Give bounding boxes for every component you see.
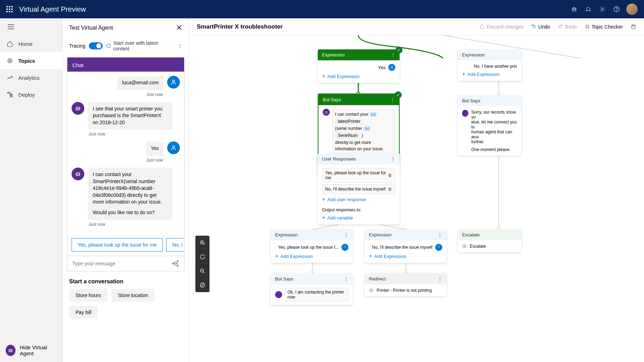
hamburger-icon[interactable] (0, 18, 62, 35)
add-variable-button[interactable]: +Add variable (322, 215, 395, 221)
redirect-icon (369, 288, 374, 293)
conv-starter-button[interactable]: Pay bill (69, 306, 98, 319)
bot-icon (323, 109, 330, 116)
user-avatar-icon (167, 76, 180, 89)
node-menu-icon[interactable]: ⋮ (391, 52, 395, 58)
close-icon[interactable]: ✕ (176, 23, 182, 32)
svg-line-53 (203, 272, 205, 273)
expression-value: Yes (378, 65, 385, 70)
redirect-node[interactable]: Redirect⋮ Printer - Printer is not print… (365, 273, 446, 296)
svg-rect-41 (325, 111, 327, 113)
svg-point-21 (79, 108, 79, 109)
waffle-icon[interactable] (6, 6, 13, 12)
undo-button[interactable]: Undo (531, 24, 550, 30)
bot-says-node[interactable]: Bot Says Sorry, our records show so else… (458, 95, 521, 156)
nav-home[interactable]: Home (0, 35, 62, 52)
expression-node[interactable]: Expression No, I have another prin +Add … (458, 49, 521, 81)
chat-box: Chat luca@email.com Just now I see that … (67, 57, 184, 271)
bot-icon (462, 110, 468, 117)
undo-icon (531, 24, 536, 29)
bot-says-node[interactable]: Bot Says⋮ Ok, I am contacting the printe… (271, 273, 353, 305)
user-avatar[interactable] (626, 4, 638, 15)
deploy-icon (6, 91, 13, 98)
start-over-button[interactable]: Start over with latest content (106, 40, 174, 52)
user-responses-node[interactable]: User Responses⋮ Yes, please look up the … (318, 153, 400, 224)
svg-point-2 (575, 9, 575, 10)
redo-button[interactable]: Redo (558, 24, 577, 30)
nav-label: Home (18, 41, 32, 47)
refresh-icon (106, 43, 111, 48)
delete-icon[interactable]: 🗑 (388, 173, 392, 178)
discard-button[interactable]: Discard changes (480, 24, 523, 30)
nav-analytics[interactable]: Analytics (0, 69, 62, 86)
nav-deploy[interactable]: Deploy (0, 86, 62, 103)
variable-tag[interactable]: {x} (370, 112, 377, 117)
user-icon (388, 64, 395, 71)
settings-icon[interactable] (595, 2, 609, 16)
add-expression-button[interactable]: +Add Expression (322, 73, 395, 79)
bot-message: I see that your smart printer you purcha… (88, 102, 172, 130)
delete-icon[interactable]: 🗑 (388, 187, 392, 192)
message-input[interactable] (72, 261, 171, 266)
node-menu-icon[interactable]: ⋮ (438, 232, 442, 237)
suggestion-button[interactable]: Yes, please look up the issue for me (72, 238, 163, 252)
bot-avatar-icon (72, 168, 84, 180)
topic-checker-button[interactable]: Topic Checker (584, 24, 623, 30)
bot-icon[interactable] (567, 2, 581, 16)
expression-value: No, I have another prin (474, 64, 517, 69)
timestamp: Just now (72, 158, 163, 163)
app-title: Virtual Agent Preview (19, 5, 86, 13)
expression-node[interactable]: Expression⋮ No, I'll describe the issue … (365, 229, 446, 263)
escalate-node[interactable]: Escalate Escalate (458, 229, 521, 252)
expression-node[interactable]: Expression⋮ Yes, please look up the issu… (271, 229, 353, 263)
reset-view-button[interactable] (195, 250, 209, 264)
user-icon (341, 244, 348, 251)
node-menu-icon[interactable]: ⋮ (391, 156, 395, 162)
tracing-label: Tracing (69, 43, 85, 49)
svg-rect-28 (632, 25, 634, 26)
zoom-in-button[interactable] (195, 236, 209, 250)
timestamp: Just now (89, 132, 180, 137)
conv-starter-button[interactable]: Store location (111, 289, 154, 302)
node-menu-icon[interactable]: ⋮ (344, 276, 348, 282)
user-icon (435, 244, 442, 251)
node-menu-icon[interactable]: ⋮ (344, 232, 348, 237)
flow-canvas[interactable]: ✓ Expression⋮ Yes +Add Expression Expres… (189, 35, 644, 362)
response-item[interactable]: Yes, please look up the issue for me🗑 (322, 168, 395, 183)
output-label: Output responses to: (322, 207, 395, 212)
svg-point-40 (391, 66, 393, 67)
help-icon[interactable] (609, 2, 624, 16)
add-expression-button[interactable]: +Add Expression (275, 253, 348, 259)
variable-tag[interactable]: {x} (363, 126, 371, 131)
response-item[interactable]: No, I'll describe the issue myself🗑 (322, 184, 395, 194)
hide-agent-button[interactable]: Hide Virtual Agent (0, 339, 62, 362)
more-icon[interactable]: ⋮ (177, 43, 182, 49)
zoom-out-button[interactable] (195, 264, 209, 278)
add-expression-button[interactable]: +Add Expression (369, 253, 442, 259)
svg-line-56 (201, 284, 204, 286)
suggestion-button[interactable]: No, I (166, 238, 184, 252)
fit-view-button[interactable] (195, 278, 209, 292)
svg-rect-12 (7, 92, 9, 93)
test-panel-title: Test Virtual Agent (69, 25, 113, 31)
svg-point-4 (602, 8, 603, 10)
svg-point-35 (311, 270, 314, 273)
nav-topics[interactable]: Topics (0, 52, 62, 69)
bot-icon (275, 291, 282, 298)
notifications-icon[interactable] (581, 2, 595, 16)
svg-point-22 (172, 146, 175, 148)
node-menu-icon[interactable]: ⋮ (438, 276, 442, 282)
tracing-toggle[interactable] (89, 42, 103, 49)
conv-starter-button[interactable]: Store hours (69, 289, 107, 302)
topics-icon (6, 57, 13, 64)
add-expression-button[interactable]: +Add Expression (462, 71, 517, 77)
escalate-icon (462, 244, 467, 249)
add-response-button[interactable]: +Add user response (322, 196, 395, 203)
send-icon[interactable] (171, 260, 179, 267)
node-menu-icon[interactable]: ⋮ (390, 97, 395, 102)
svg-point-18 (172, 80, 175, 82)
save-icon[interactable] (631, 24, 636, 30)
svg-point-24 (77, 174, 78, 175)
hide-agent-label: Hide Virtual Agent (20, 344, 57, 356)
expression-node[interactable]: ✓ Expression⋮ Yes +Add Expression (318, 49, 400, 83)
